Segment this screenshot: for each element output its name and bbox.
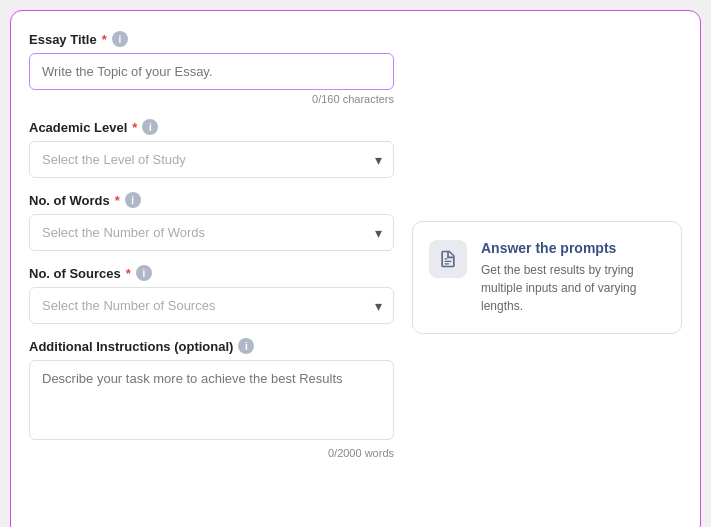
additional-instructions-label: Additional Instructions (optional) i (29, 338, 394, 354)
additional-instructions-info-icon[interactable]: i (238, 338, 254, 354)
academic-level-info-icon[interactable]: i (142, 119, 158, 135)
essay-title-input[interactable] (29, 53, 394, 90)
no-of-sources-label: No. of Sources * i (29, 265, 394, 281)
no-of-words-info-icon[interactable]: i (125, 192, 141, 208)
main-container: Essay Title * i 0/160 characters Academi… (10, 10, 701, 527)
char-count: 0/160 characters (29, 93, 394, 105)
no-of-words-group: No. of Words * i Select the Number of Wo… (29, 192, 394, 251)
required-star-words: * (115, 193, 120, 208)
no-of-words-select[interactable]: Select the Number of Words 250 words 500… (29, 214, 394, 251)
tip-description: Get the best results by trying multiple … (481, 261, 665, 315)
no-of-sources-select[interactable]: Select the Number of Sources 1 2 3 5 10 (29, 287, 394, 324)
required-star-sources: * (126, 266, 131, 281)
academic-level-group: Academic Level * i Select the Level of S… (29, 119, 394, 178)
document-icon (438, 249, 458, 269)
no-of-words-label: No. of Words * i (29, 192, 394, 208)
word-count: 0/2000 words (29, 447, 394, 459)
academic-level-dropdown-wrapper: Select the Level of Study High School Un… (29, 141, 394, 178)
additional-instructions-group: Additional Instructions (optional) i 0/2… (29, 338, 394, 459)
no-of-words-dropdown-wrapper: Select the Number of Words 250 words 500… (29, 214, 394, 251)
form-panel: Essay Title * i 0/160 characters Academi… (29, 31, 394, 516)
essay-title-group: Essay Title * i 0/160 characters (29, 31, 394, 105)
tip-card: Answer the prompts Get the best results … (412, 221, 682, 334)
required-star: * (102, 32, 107, 47)
academic-level-label: Academic Level * i (29, 119, 394, 135)
no-of-sources-dropdown-wrapper: Select the Number of Sources 1 2 3 5 10 … (29, 287, 394, 324)
required-star-level: * (132, 120, 137, 135)
tip-title: Answer the prompts (481, 240, 665, 256)
tip-content: Answer the prompts Get the best results … (481, 240, 665, 315)
essay-title-info-icon[interactable]: i (112, 31, 128, 47)
no-of-sources-group: No. of Sources * i Select the Number of … (29, 265, 394, 324)
essay-title-label: Essay Title * i (29, 31, 394, 47)
right-panel: Answer the prompts Get the best results … (412, 31, 682, 516)
additional-instructions-textarea[interactable] (29, 360, 394, 440)
academic-level-select[interactable]: Select the Level of Study High School Un… (29, 141, 394, 178)
no-of-sources-info-icon[interactable]: i (136, 265, 152, 281)
tip-icon-wrap (429, 240, 467, 278)
